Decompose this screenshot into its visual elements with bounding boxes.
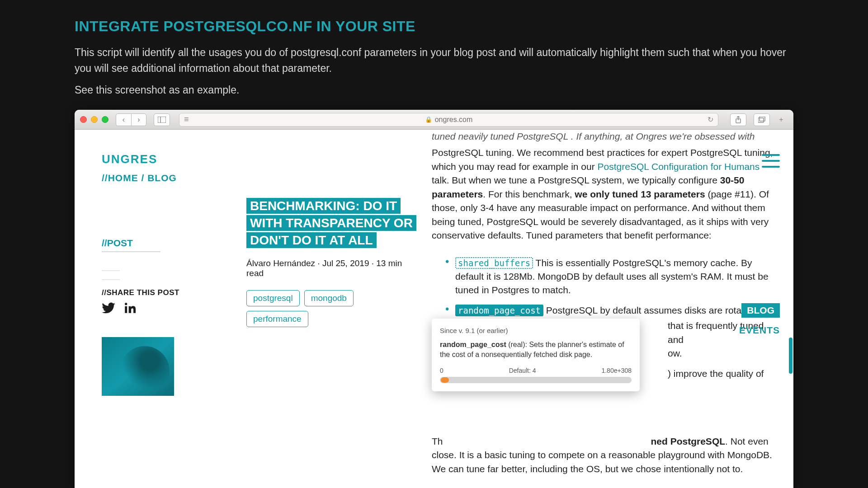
range-bar: [440, 377, 632, 383]
scrollbar-thumb[interactable]: [789, 338, 793, 374]
inline-link[interactable]: PostgreSQL Configuration for Humans: [598, 161, 760, 172]
range-default: Default: 4: [509, 366, 536, 375]
param-highlight-active[interactable]: random_page_cost: [455, 305, 543, 316]
site-logo[interactable]: UNGRES: [102, 152, 246, 166]
share-button[interactable]: [730, 113, 746, 126]
article-body: tuned neavily tuned PostgreSQL . If anyt…: [418, 130, 793, 488]
tooltip-since: Since v. 9.1 (or earlier): [440, 326, 632, 335]
address-bar[interactable]: ≡ 🔒 ongres.com ↻: [179, 113, 718, 127]
svg-rect-5: [760, 117, 765, 121]
back-button[interactable]: ‹: [116, 113, 131, 126]
right-nav: BLOG EVENTS: [739, 303, 780, 336]
minimize-icon[interactable]: [91, 116, 98, 123]
param-tooltip: Since v. 9.1 (or earlier) random_page_co…: [432, 319, 640, 391]
tooltip-desc: random_page_cost (real): Sets the planne…: [440, 340, 632, 360]
share-heading: //SHARE THIS POST: [102, 288, 246, 297]
tabs-button[interactable]: [754, 113, 770, 126]
lead-text: This script will identify all the usages…: [75, 45, 793, 76]
list-item: shared_buffers This is essentially Postg…: [445, 256, 775, 297]
truncated-line: tuned neavily tuned PostgreSQL . If anyt…: [432, 130, 775, 143]
tag-list: postgresql mongodb performance: [246, 290, 418, 327]
range-max: 1.80e+308: [601, 366, 632, 375]
post-label: //POST: [102, 238, 160, 252]
reload-icon[interactable]: ↻: [708, 115, 713, 124]
left-sidebar: UNGRES //HOME / BLOG //POST //SHARE THIS…: [75, 130, 246, 488]
post-title: BENCHMARKING: DO IT WITH TRANSPARENCY OR…: [246, 197, 418, 249]
nav-buttons: ‹ ›: [116, 113, 146, 126]
browser-chrome: ‹ › ≡ 🔒 ongres.com ↻ +: [75, 110, 793, 130]
lock-icon: 🔒: [425, 116, 432, 123]
linkedin-icon[interactable]: [124, 302, 137, 317]
divider: [102, 279, 120, 280]
zoom-icon[interactable]: [102, 116, 108, 123]
sidebar-icon: [158, 117, 166, 123]
paragraph: PostgreSQL tuning. We recommend best pra…: [432, 146, 775, 242]
twitter-icon[interactable]: [102, 302, 115, 317]
share-icon: [735, 116, 741, 123]
site-content: UNGRES //HOME / BLOG //POST //SHARE THIS…: [75, 130, 793, 488]
post-meta-column: BENCHMARKING: DO IT WITH TRANSPARENCY OR…: [246, 130, 418, 488]
byline: Álvaro Hernández · Jul 25, 2019 · 13 min…: [246, 258, 418, 278]
section-heading: INTEGRATE POSTGRESQLCO.NF IN YOUR SITE: [75, 18, 793, 35]
range-min: 0: [440, 366, 443, 375]
sub-text: See this screenshot as an example.: [75, 84, 793, 96]
close-icon[interactable]: [80, 116, 87, 123]
range-thumb: [441, 377, 449, 383]
new-tab-button[interactable]: +: [774, 113, 788, 126]
window-lights: [80, 116, 108, 123]
menu-icon[interactable]: ≡: [184, 115, 189, 124]
nav-events[interactable]: EVENTS: [739, 325, 780, 336]
author-portrait: [102, 337, 174, 396]
tag[interactable]: performance: [246, 311, 308, 327]
tooltip-range: 0 Default: 4 1.80e+308: [440, 366, 632, 375]
url-host: ongres.com: [435, 116, 473, 124]
forward-button[interactable]: ›: [131, 113, 146, 126]
breadcrumb[interactable]: //HOME / BLOG: [102, 173, 246, 183]
hamburger-icon[interactable]: [762, 154, 780, 168]
svg-rect-4: [758, 118, 764, 122]
tag[interactable]: postgresql: [246, 290, 300, 306]
tag[interactable]: mongodb: [304, 290, 354, 306]
tabs-icon: [758, 117, 765, 123]
param-highlight[interactable]: shared_buffers: [455, 257, 533, 269]
svg-rect-0: [158, 117, 166, 123]
nav-blog[interactable]: BLOG: [741, 303, 780, 318]
paragraph: Thned PostgreSQL. Not even close. It is …: [432, 435, 775, 476]
divider: [102, 270, 120, 271]
right-sidebar: BLOG EVENTS: [739, 130, 793, 488]
screenshot-browser: ‹ › ≡ 🔒 ongres.com ↻ + UNGRES: [75, 110, 793, 488]
sidebar-toggle[interactable]: [154, 113, 170, 126]
